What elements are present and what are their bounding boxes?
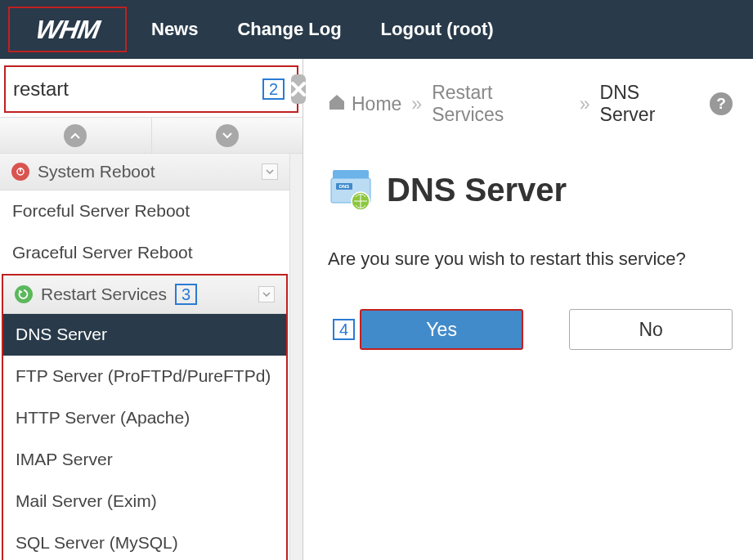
section-title: Restart Services <box>41 284 167 304</box>
breadcrumb-current: DNS Server <box>600 82 701 126</box>
refresh-icon <box>15 285 33 303</box>
dns-server-icon: DNS <box>328 167 374 213</box>
confirm-text: Are you sure you wish to restart this se… <box>328 249 733 270</box>
menu-mail-server[interactable]: Mail Server (Exim) <box>3 481 286 522</box>
menu-graceful-reboot[interactable]: Graceful Server Reboot <box>0 232 289 274</box>
annotation-4: 4 <box>333 319 355 340</box>
down-arrow-icon <box>216 124 239 147</box>
section-title: System Reboot <box>38 162 155 181</box>
nav-changelog[interactable]: Change Log <box>237 19 341 40</box>
main-container: 2 <box>0 59 753 560</box>
page-title-row: DNS DNS Server <box>328 167 733 213</box>
annotation-2: 2 <box>262 78 285 100</box>
breadcrumb-separator: » <box>411 93 422 115</box>
yes-wrapper: 4 Yes <box>328 309 523 350</box>
collapse-all-button[interactable] <box>0 118 152 153</box>
section-restart-services[interactable]: Restart Services 3 <box>3 276 286 314</box>
breadcrumb: Home » Restart Services » DNS Server ? <box>328 82 733 126</box>
breadcrumb-separator: » <box>580 93 590 115</box>
menu-http-server[interactable]: HTTP Server (Apache) <box>3 397 286 439</box>
button-row: 4 Yes No <box>328 309 733 350</box>
menu-dns-server[interactable]: DNS Server <box>3 314 286 356</box>
yes-button[interactable]: Yes <box>360 309 523 350</box>
content-area: Home » Restart Services » DNS Server ? D… <box>303 59 753 560</box>
page-title: DNS Server <box>387 172 567 208</box>
sidebar: 2 <box>0 59 303 560</box>
menu-sql-server[interactable]: SQL Server (MySQL) <box>3 522 286 560</box>
annotation-3: 3 <box>175 284 197 305</box>
section-restart-services-group: Restart Services 3 DNS Server FTP Server… <box>2 274 288 560</box>
expand-all-button[interactable] <box>152 118 303 153</box>
menu-forceful-reboot[interactable]: Forceful Server Reboot <box>0 190 289 232</box>
menu-ftp-server[interactable]: FTP Server (ProFTPd/PureFTPd) <box>3 356 286 397</box>
home-icon <box>328 93 346 115</box>
breadcrumb-restart-services[interactable]: Restart Services <box>432 82 570 126</box>
whm-logo[interactable]: WHM <box>8 7 127 52</box>
nav-logout[interactable]: Logout (root) <box>381 19 494 40</box>
section-list: System Reboot Forceful Server Reboot Gra… <box>0 154 289 560</box>
top-header: WHM News Change Log Logout (root) <box>0 0 753 59</box>
help-icon[interactable]: ? <box>710 92 733 115</box>
no-button[interactable]: No <box>569 309 733 350</box>
menu-imap-server[interactable]: IMAP Server <box>3 439 286 481</box>
logo-text: WHM <box>34 15 101 45</box>
power-icon <box>11 163 29 181</box>
chevron-down-icon <box>258 286 275 302</box>
chevron-down-icon <box>262 164 278 180</box>
search-wrapper: 2 <box>4 65 298 113</box>
breadcrumb-home[interactable]: Home <box>352 93 401 115</box>
collapse-expand-row <box>0 117 303 154</box>
sidebar-scrollbar[interactable] <box>289 154 303 560</box>
search-input[interactable] <box>13 74 258 104</box>
section-system-reboot[interactable]: System Reboot <box>0 154 289 190</box>
nav-news[interactable]: News <box>151 19 198 40</box>
svg-text:DNS: DNS <box>339 184 350 189</box>
up-arrow-icon <box>64 124 87 147</box>
